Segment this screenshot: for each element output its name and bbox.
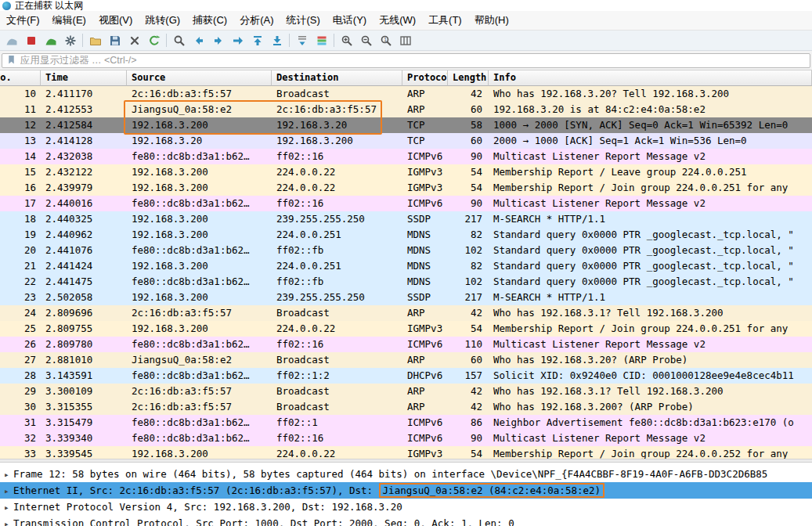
- zoom-in-button[interactable]: [337, 31, 356, 49]
- zoom-out-button[interactable]: [356, 31, 376, 49]
- menu-item-view[interactable]: 视图(V): [92, 12, 139, 29]
- packet-row[interactable]: 303.3153552c:16:db:a3:f5:57BroadcastARP4…: [0, 399, 812, 415]
- packet-row[interactable]: 122.412584192.168.3.200192.168.3.20TCP58…: [0, 117, 812, 133]
- cell-no: 17: [0, 196, 41, 211]
- menu-item-tools[interactable]: 工具(T): [422, 12, 468, 29]
- expander-icon[interactable]: ▸: [4, 499, 13, 516]
- cell-protocol: IGMPv3: [402, 164, 448, 180]
- cell-destination: 239.255.255.250: [272, 290, 402, 305]
- go-bottom-button[interactable]: [267, 31, 287, 49]
- expander-icon[interactable]: ▸: [4, 467, 13, 483]
- menu-item-telephony[interactable]: 电话(Y): [327, 12, 373, 29]
- menu-item-file[interactable]: 文件(F): [0, 12, 46, 29]
- packet-row[interactable]: 252.809755192.168.3.200224.0.0.22IGMPv35…: [0, 321, 812, 337]
- cell-protocol: ICMPv6: [402, 337, 448, 352]
- menu-item-capture[interactable]: 捕获(C): [186, 12, 233, 29]
- packet-row[interactable]: 283.143591fe80::dc8b:d3a1:b62…ff02::1:2D…: [0, 368, 812, 384]
- cell-protocol: SSDP: [402, 211, 448, 227]
- cell-time: 2.432122: [41, 164, 127, 180]
- cell-length: 60: [448, 352, 489, 368]
- menu-item-wireless[interactable]: 无线(W): [373, 12, 422, 29]
- menu-item-statistics[interactable]: 统计(S): [280, 12, 326, 29]
- menu-item-go[interactable]: 跳转(G): [139, 12, 186, 29]
- cell-no: 13: [0, 133, 41, 149]
- go-to-button[interactable]: [228, 31, 247, 49]
- go-back-button[interactable]: [189, 31, 208, 49]
- column-header-info[interactable]: Info: [489, 70, 812, 86]
- cell-no: 10: [0, 86, 41, 102]
- detail-text: Frame 12: 58 bytes on wire (464 bits), 5…: [13, 468, 767, 480]
- go-forward-button[interactable]: [208, 31, 228, 49]
- cell-info: 192.168.3.20 is at 84:c2:e4:0a:58:e2: [489, 102, 812, 117]
- stop-capture-button[interactable]: [21, 31, 41, 49]
- packet-row[interactable]: 323.339340fe80::dc8b:d3a1:b62…ff02::16IC…: [0, 431, 812, 446]
- packet-row[interactable]: 222.441475fe80::dc8b:d3a1:b62…ff02::fbMD…: [0, 274, 812, 290]
- cell-destination: 224.0.0.22: [272, 321, 402, 337]
- packet-row[interactable]: 172.440016fe80::dc8b:d3a1:b62…ff02::16IC…: [0, 196, 812, 211]
- menu-item-analyze[interactable]: 分析(A): [233, 12, 280, 29]
- packet-row[interactable]: 182.440325192.168.3.200239.255.255.250SS…: [0, 211, 812, 227]
- packet-row[interactable]: 202.441076fe80::dc8b:d3a1:b62…ff02::fbMD…: [0, 243, 812, 258]
- filter-bookmark-icon: [6, 54, 16, 67]
- start-capture-button[interactable]: [2, 31, 21, 49]
- close-file-button[interactable]: [125, 31, 144, 49]
- cell-protocol: IGMPv3: [402, 446, 448, 459]
- detail-line-ipv4[interactable]: ▸Internet Protocol Version 4, Src: 192.1…: [0, 499, 812, 515]
- zoom-original-button[interactable]: 1: [376, 31, 395, 49]
- packet-row[interactable]: 293.3001092c:16:db:a3:f5:57BroadcastARP4…: [0, 384, 812, 399]
- cell-info: Membership Report / Leave group 224.0.0.…: [489, 164, 812, 180]
- column-header-no[interactable]: No.: [0, 70, 41, 86]
- auto-scroll-button[interactable]: [292, 31, 312, 49]
- cell-length: 90: [448, 149, 489, 164]
- stop-capture-icon: [25, 34, 38, 47]
- menu-item-edit[interactable]: 编辑(E): [46, 12, 92, 29]
- column-header-time[interactable]: Time: [41, 70, 127, 86]
- menu-item-help[interactable]: 帮助(H): [468, 12, 515, 29]
- detail-line-tcp[interactable]: ▸Transmission Control Protocol, Src Port…: [0, 515, 812, 526]
- open-file-icon: [89, 34, 102, 47]
- cell-no: 14: [0, 149, 41, 164]
- cell-protocol: MDNS: [402, 243, 448, 258]
- column-header-destination[interactable]: Destination: [272, 70, 402, 86]
- reload-button[interactable]: [144, 31, 164, 49]
- packet-row[interactable]: 162.439979192.168.3.200224.0.0.22IGMPv35…: [0, 180, 812, 196]
- expander-icon[interactable]: ▸: [4, 516, 13, 526]
- detail-text: Ethernet II, Src: 2c:16:db:a3:f5:57 (2c:…: [13, 483, 604, 498]
- cell-time: 2.411170: [41, 86, 127, 102]
- packet-row[interactable]: 272.881010JiangsuQ_0a:58:e2BroadcastARP6…: [0, 352, 812, 368]
- packet-row[interactable]: 262.809780fe80::dc8b:d3a1:b62…ff02::16IC…: [0, 337, 812, 352]
- packet-row[interactable]: 232.502058192.168.3.200239.255.255.250SS…: [0, 290, 812, 305]
- packet-row[interactable]: 333.339545192.168.3.200224.0.0.22IGMPv35…: [0, 446, 812, 459]
- cell-source: 2c:16:db:a3:f5:57: [127, 399, 272, 415]
- restart-capture-button[interactable]: [41, 31, 60, 49]
- resize-columns-button[interactable]: [395, 31, 415, 49]
- detail-line-frame[interactable]: ▸Frame 12: 58 bytes on wire (464 bits), …: [0, 466, 812, 482]
- packet-row[interactable]: 112.412553JiangsuQ_0a:58:e22c:16:db:a3:f…: [0, 102, 812, 117]
- cell-protocol: MDNS: [402, 227, 448, 243]
- find-button[interactable]: [169, 31, 189, 49]
- save-file-button[interactable]: [105, 31, 125, 49]
- capture-options-button[interactable]: [60, 31, 80, 49]
- packet-row[interactable]: 242.8096962c:16:db:a3:f5:57BroadcastARP4…: [0, 305, 812, 321]
- detail-line-ethernet[interactable]: ▸Ethernet II, Src: 2c:16:db:a3:f5:57 (2c…: [0, 482, 812, 499]
- cell-destination: 224.0.0.251: [272, 258, 402, 274]
- column-header-source[interactable]: Source: [127, 70, 272, 86]
- column-header-length[interactable]: Length: [448, 70, 489, 86]
- cell-no: 33: [0, 446, 41, 459]
- packet-row[interactable]: 212.441424192.168.3.200224.0.0.251MDNS82…: [0, 258, 812, 274]
- display-filter-input[interactable]: 应用显示过滤器 … <Ctrl-/>: [2, 53, 810, 68]
- packet-row[interactable]: 102.4111702c:16:db:a3:f5:57BroadcastARP4…: [0, 86, 812, 102]
- packet-row[interactable]: 192.440962192.168.3.200224.0.0.251MDNS82…: [0, 227, 812, 243]
- open-file-button[interactable]: [85, 31, 105, 49]
- packet-row[interactable]: 142.432038fe80::dc8b:d3a1:b62…ff02::16IC…: [0, 149, 812, 164]
- zoom-out-icon: [360, 34, 373, 47]
- packet-row[interactable]: 313.315479fe80::dc8b:d3a1:b62…ff02::1ICM…: [0, 415, 812, 431]
- go-bottom-icon: [271, 34, 283, 47]
- go-top-button[interactable]: [247, 31, 267, 49]
- cell-destination: 192.168.3.200: [272, 133, 402, 149]
- expander-icon[interactable]: ▸: [4, 483, 13, 499]
- packet-row[interactable]: 152.432122192.168.3.200224.0.0.22IGMPv35…: [0, 164, 812, 180]
- colorize-button[interactable]: [312, 31, 331, 49]
- packet-row[interactable]: 132.414128192.168.3.20192.168.3.200TCP60…: [0, 133, 812, 149]
- column-header-protocol[interactable]: Protocol: [402, 70, 448, 86]
